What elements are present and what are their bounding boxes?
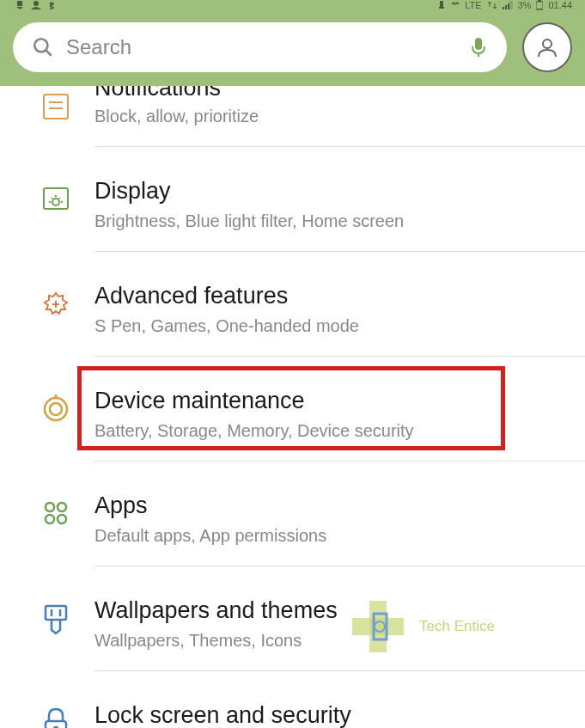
highlight-annotation [77,366,505,450]
svg-point-33 [58,515,66,523]
svg-rect-2 [440,1,443,7]
svg-point-28 [45,398,67,420]
setting-apps[interactable]: Apps Default apps, App permissions [17,477,585,582]
watermark: Tech Entice [344,592,495,661]
search-bar[interactable] [13,22,507,72]
lock-icon [42,707,70,728]
data-icon [487,1,497,9]
setting-subtitle: S Pen, Games, One-handed mode [94,315,568,337]
svg-point-11 [34,39,47,52]
svg-line-25 [59,198,60,199]
svg-rect-6 [508,3,509,9]
setting-title: Advanced features [94,283,568,309]
setting-subtitle: Block, allow, prioritize [94,105,568,127]
svg-line-24 [52,198,52,199]
setting-lock-screen[interactable]: Lock screen and security [17,687,585,728]
vibrate-icon [451,1,460,9]
setting-title: Notifications [94,86,568,101]
svg-point-32 [46,515,54,523]
setting-title: Lock screen and security [94,702,568,728]
setting-title: Wallpapers and themes [94,597,568,624]
user-icon [31,1,41,9]
svg-rect-9 [538,0,541,2]
svg-rect-13 [475,38,482,50]
display-icon [40,183,71,214]
setting-wallpapers[interactable]: Wallpapers and themes Wallpapers, Themes… [17,582,585,687]
bluetooth-icon [48,1,55,9]
svg-rect-3 [439,7,444,9]
svg-rect-4 [503,7,504,9]
watermark-text: Tech Entice [419,618,495,635]
svg-rect-7 [510,2,512,9]
search-icon [32,36,54,58]
setting-advanced[interactable]: Advanced features S Pen, Games, One-hand… [17,267,585,372]
svg-point-20 [52,199,59,205]
alarm-icon [437,1,446,9]
apps-icon [40,498,71,529]
device-maintenance-icon [40,393,72,425]
battery-icon [536,0,543,10]
notifications-icon [40,91,71,122]
svg-rect-16 [44,95,68,119]
svg-point-31 [58,503,66,511]
mic-icon[interactable] [469,36,488,58]
svg-rect-5 [505,5,507,9]
svg-rect-10 [537,9,542,9]
svg-point-30 [46,503,54,511]
svg-rect-0 [17,1,22,6]
status-bar: LTE 3% 01.44 [13,0,572,10]
search-input[interactable] [66,35,457,59]
time-label: 01.44 [548,0,572,10]
watermark-icon [344,592,412,661]
signal-icon [503,1,513,9]
svg-point-1 [34,1,39,6]
wallpapers-icon [40,603,71,637]
profile-icon [534,34,560,60]
setting-title: Apps [94,492,568,519]
svg-line-12 [46,50,52,56]
setting-subtitle: Brightness, Blue light filter, Home scre… [94,210,568,232]
advanced-icon [40,288,72,321]
svg-rect-41 [352,618,404,635]
setting-notifications[interactable]: Notifications Block, allow, prioritize [17,86,585,162]
setting-subtitle: Default apps, App permissions [94,524,568,547]
header: LTE 3% 01.44 [0,0,585,86]
lte-label: LTE [465,0,481,10]
profile-button[interactable] [522,22,572,72]
setting-display[interactable]: Display Brightness, Blue light filter, H… [17,162,585,267]
setting-title: Display [94,178,568,205]
svg-rect-34 [46,606,66,620]
setting-subtitle: Wallpapers, Themes, Icons [94,629,568,652]
download-icon [15,1,24,9]
svg-point-15 [543,40,551,48]
svg-point-29 [50,403,62,415]
battery-label: 3% [518,0,532,10]
